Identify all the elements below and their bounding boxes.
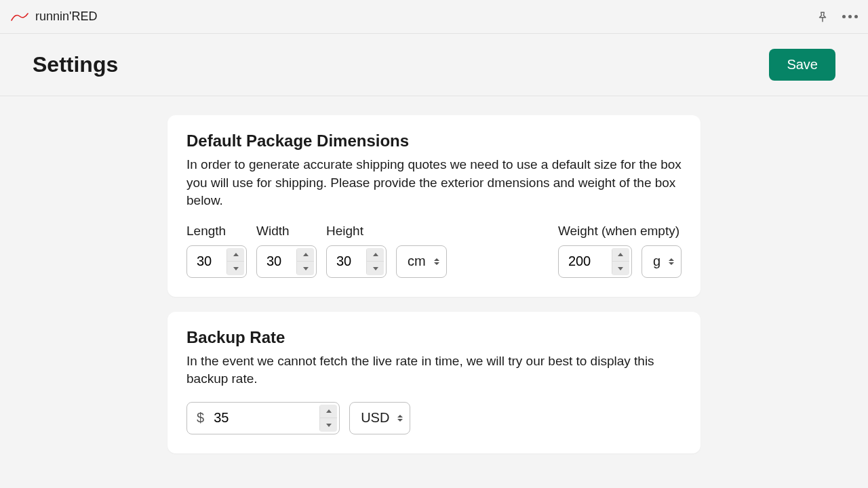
dimensions-fields: Length Width <box>186 224 682 278</box>
dimensions-desc: In order to generate accurate shipping q… <box>186 156 682 210</box>
weight-unit-select[interactable]: g <box>642 245 682 278</box>
width-up-button[interactable] <box>297 248 314 262</box>
topbar-right <box>815 9 857 24</box>
save-button[interactable]: Save <box>769 49 835 81</box>
chevron-up-icon <box>303 253 309 256</box>
backup-rate-input-wrap: $ <box>186 402 340 434</box>
weight-input[interactable] <box>559 246 612 277</box>
dim-unit-field: cm <box>396 245 447 278</box>
height-input[interactable] <box>327 246 366 277</box>
width-field: Width <box>256 224 317 278</box>
weight-input-wrap <box>558 245 632 278</box>
dimension-unit-select[interactable]: cm <box>396 245 447 278</box>
weight-down-button[interactable] <box>612 261 629 275</box>
currency-select[interactable]: USD <box>349 402 410 434</box>
weight-up-button[interactable] <box>612 248 629 262</box>
width-input[interactable] <box>257 246 296 277</box>
pin-icon[interactable] <box>815 9 830 24</box>
topbar-left: runnin'RED <box>11 9 97 24</box>
select-caret-icon <box>397 415 403 422</box>
rate-up-button[interactable] <box>320 405 337 418</box>
page-title: Settings <box>33 52 118 77</box>
backup-rate-input[interactable] <box>204 403 319 434</box>
chevron-down-icon <box>326 424 332 427</box>
topbar: runnin'RED <box>0 0 868 34</box>
card-dimensions: Default Package Dimensions In order to g… <box>167 115 701 297</box>
weight-unit-value: g <box>653 253 660 269</box>
width-label: Width <box>256 224 317 239</box>
app-name: runnin'RED <box>35 9 97 24</box>
currency-symbol: $ <box>187 403 204 434</box>
card-backup-rate: Backup Rate In the event we cannot fetch… <box>167 312 701 453</box>
chevron-down-icon <box>233 267 239 270</box>
rate-down-button[interactable] <box>320 418 337 432</box>
length-field: Length <box>186 224 247 278</box>
length-input[interactable] <box>187 246 226 277</box>
height-down-button[interactable] <box>367 261 384 275</box>
height-label: Height <box>326 224 387 239</box>
weight-field: Weight (when empty) g <box>558 224 682 278</box>
weight-spinners <box>612 248 629 275</box>
app-logo <box>11 12 28 22</box>
chevron-up-icon <box>373 253 378 256</box>
height-up-button[interactable] <box>367 248 384 262</box>
select-caret-icon <box>669 258 674 265</box>
page-header: Settings Save <box>0 34 868 96</box>
weight-label: Weight (when empty) <box>558 224 682 239</box>
length-down-button[interactable] <box>227 261 244 275</box>
chevron-up-icon <box>326 409 332 413</box>
rate-spinners <box>319 405 337 432</box>
length-up-button[interactable] <box>227 248 244 262</box>
backup-rate-fields: $ USD <box>186 402 682 434</box>
currency-value: USD <box>361 410 389 426</box>
width-down-button[interactable] <box>297 261 314 275</box>
width-spinners <box>296 248 314 275</box>
chevron-down-icon <box>303 267 309 270</box>
width-input-wrap <box>256 245 317 278</box>
dimension-unit-value: cm <box>408 253 426 269</box>
more-icon[interactable] <box>842 9 857 24</box>
height-input-wrap <box>326 245 387 278</box>
chevron-up-icon <box>618 253 623 256</box>
content: Default Package Dimensions In order to g… <box>0 96 868 472</box>
height-spinners <box>366 248 384 275</box>
chevron-up-icon <box>233 253 239 256</box>
height-field: Height <box>326 224 387 278</box>
length-label: Length <box>186 224 247 239</box>
dimensions-title: Default Package Dimensions <box>186 131 682 150</box>
chevron-down-icon <box>618 267 623 270</box>
select-caret-icon <box>434 258 439 265</box>
length-input-wrap <box>186 245 247 278</box>
backup-rate-title: Backup Rate <box>186 328 682 347</box>
backup-rate-desc: In the event we cannot fetch the live ra… <box>186 352 682 388</box>
length-spinners <box>226 248 244 275</box>
chevron-down-icon <box>373 267 378 270</box>
